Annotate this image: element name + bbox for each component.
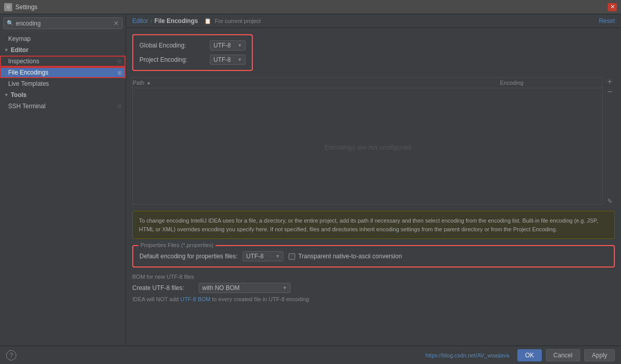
table-header: Path ▲ Encoding	[133, 78, 602, 88]
edit-row-button[interactable]: ✎	[605, 198, 615, 205]
cancel-button[interactable]: Cancel	[546, 349, 580, 361]
copy-icon: ⊞	[117, 104, 122, 109]
bom-select-value: with NO BOM	[202, 284, 240, 292]
search-input[interactable]	[16, 20, 111, 27]
copy-icon: ⊞	[117, 70, 122, 76]
project-encoding-select[interactable]: UTF-8 ▼	[210, 55, 246, 65]
global-encoding-select[interactable]: UTF-8 ▼	[210, 40, 246, 51]
content-panel: Editor › File Encodings 📋 For current pr…	[126, 14, 621, 346]
transparent-conversion-checkbox-area[interactable]: Transparent native-to-ascii conversion	[289, 253, 402, 260]
main-layout: 🔍 ✕ Keymap ▼ Editor Inspections ⊞ File E…	[0, 14, 621, 346]
table-action-buttons: + − ✎	[605, 77, 615, 205]
search-clear-button[interactable]: ✕	[113, 19, 119, 27]
chevron-down-icon: ▼	[275, 254, 280, 259]
content-body: Global Encoding: UTF-8 ▼ Project Encodin…	[126, 28, 621, 346]
breadcrumb-info: 📋 For current project	[204, 18, 261, 25]
sort-asc-icon: ▲	[147, 80, 151, 85]
project-encoding-label: Project Encoding:	[139, 56, 206, 63]
bom-section: BOM for new UTF-8 files Create UTF-8 fil…	[132, 274, 615, 302]
properties-encoding-value: UTF-8	[246, 253, 264, 260]
sidebar: 🔍 ✕ Keymap ▼ Editor Inspections ⊞ File E…	[0, 14, 126, 346]
remove-row-button[interactable]: −	[605, 87, 615, 96]
chevron-down-icon: ▼	[237, 43, 242, 48]
breadcrumb-current: File Encodings	[154, 17, 198, 25]
help-button[interactable]: ?	[6, 350, 16, 360]
sidebar-item-label: File Encodings	[8, 69, 49, 76]
search-box[interactable]: 🔍 ✕	[3, 17, 123, 29]
copy-icon: ⊞	[117, 59, 122, 64]
properties-encoding-row: Default encoding for properties files: U…	[139, 251, 608, 261]
encoding-settings-box: Global Encoding: UTF-8 ▼ Project Encodin…	[132, 34, 253, 71]
apply-button[interactable]: Apply	[584, 349, 615, 361]
bom-row: Create UTF-8 files: with NO BOM ▼	[132, 283, 615, 293]
sidebar-item-label: Keymap	[8, 35, 31, 42]
global-encoding-row: Global Encoding: UTF-8 ▼	[139, 40, 246, 51]
sidebar-category-label: Editor	[11, 46, 29, 54]
sidebar-item-live-templates[interactable]: Live Templates	[0, 78, 126, 89]
sidebar-item-label: SSH Terminal	[8, 103, 45, 110]
encoding-column-header: Encoding	[500, 80, 602, 86]
properties-section-title: Properties Files (*.properties)	[138, 242, 216, 248]
search-icon: 🔍	[7, 20, 14, 27]
info-box: To change encoding IntelliJ IDEA uses fo…	[132, 211, 615, 239]
sidebar-item-label: Inspections	[8, 58, 39, 65]
add-row-button[interactable]: +	[605, 77, 615, 86]
create-utf8-label: Create UTF-8 files:	[132, 284, 194, 292]
bottom-bar: ? https://blog.csdn.net/AV_woaijava OK C…	[0, 346, 621, 364]
chevron-down-icon: ▼	[237, 57, 242, 62]
project-encoding-row: Project Encoding: UTF-8 ▼	[139, 55, 246, 65]
properties-box: Properties Files (*.properties) Default …	[132, 245, 615, 268]
collapse-triangle: ▼	[4, 92, 9, 98]
info-text: To change encoding IntelliJ IDEA uses fo…	[139, 217, 598, 232]
encoding-table: Path ▲ Encoding Encodings are not config…	[132, 77, 603, 205]
bom-select[interactable]: with NO BOM ▼	[199, 283, 291, 293]
sidebar-item-label: Live Templates	[8, 80, 49, 87]
global-encoding-label: Global Encoding:	[139, 42, 206, 49]
transparent-conversion-checkbox[interactable]	[289, 253, 295, 260]
url-hint: https://blog.csdn.net/AV_woaijava	[425, 352, 509, 358]
empty-table-message: Encodings are not configured	[133, 90, 602, 204]
ok-button[interactable]: OK	[517, 349, 541, 361]
project-encoding-value: UTF-8	[213, 56, 231, 63]
sidebar-category-tools[interactable]: ▼ Tools	[0, 89, 126, 101]
breadcrumb-separator: ›	[150, 17, 152, 25]
close-button[interactable]: ✕	[608, 3, 617, 11]
collapse-triangle: ▼	[4, 47, 9, 53]
default-encoding-label: Default encoding for properties files:	[139, 253, 237, 260]
bom-note: IDEA will NOT add UTF-8 BOM to every cre…	[132, 296, 615, 302]
bom-note-highlight: UTF-8 BOM	[180, 296, 210, 302]
window-title: Settings	[15, 4, 605, 11]
encoding-table-area: Path ▲ Encoding Encodings are not config…	[132, 77, 615, 205]
sidebar-item-file-encodings[interactable]: File Encodings ⊞	[0, 67, 126, 78]
properties-encoding-select[interactable]: UTF-8 ▼	[243, 251, 283, 261]
global-encoding-value: UTF-8	[213, 42, 231, 49]
sidebar-item-inspections[interactable]: Inspections ⊞	[0, 56, 126, 67]
breadcrumb: Editor › File Encodings 📋 For current pr…	[126, 14, 621, 28]
title-bar: ⚙ Settings ✕	[0, 0, 621, 14]
chevron-down-icon: ▼	[282, 285, 287, 290]
sidebar-item-keymap[interactable]: Keymap	[0, 33, 126, 44]
reset-button[interactable]: Reset	[599, 17, 615, 25]
sidebar-item-ssh-terminal[interactable]: SSH Terminal ⊞	[0, 101, 126, 112]
breadcrumb-parent[interactable]: Editor	[132, 17, 148, 25]
transparent-conversion-label: Transparent native-to-ascii conversion	[298, 253, 402, 260]
app-icon: ⚙	[4, 3, 12, 11]
path-column-header: Path ▲	[133, 80, 500, 86]
sidebar-category-editor[interactable]: ▼ Editor	[0, 44, 126, 56]
bom-section-title: BOM for new UTF-8 files	[132, 274, 615, 280]
sidebar-category-label: Tools	[11, 91, 27, 99]
